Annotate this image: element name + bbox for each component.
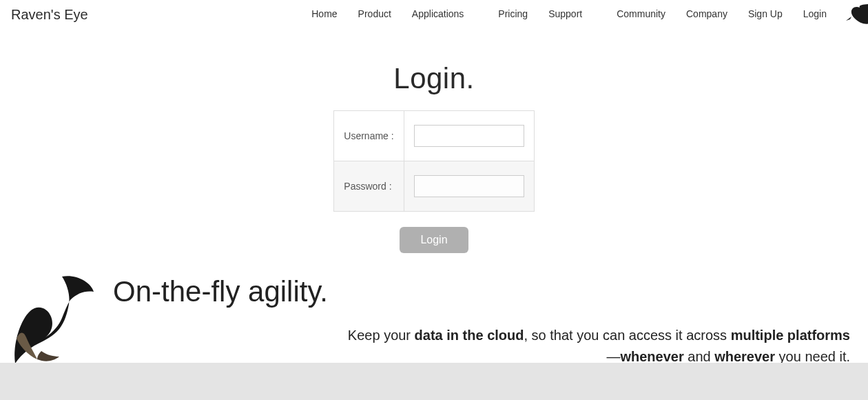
hero-title: On-the-fly agility. (113, 277, 851, 307)
password-label: Password : (334, 161, 404, 212)
password-cell (404, 161, 534, 212)
brand-title: Raven's Eye (11, 7, 88, 23)
username-cell (404, 111, 534, 161)
hero-subtitle: Keep your data in the cloud, so that you… (17, 325, 851, 368)
header: Raven's Eye Home Product Applications Pr… (0, 0, 868, 34)
hero-sub-text: , so that you can access it across (524, 328, 731, 343)
nav-support[interactable]: Support (548, 7, 582, 21)
nav-pricing[interactable]: Pricing (498, 7, 528, 21)
nav-community[interactable]: Community (617, 7, 665, 21)
login-title: Login. (0, 62, 868, 95)
raven-head-icon (842, 4, 868, 29)
username-input[interactable] (414, 125, 524, 147)
login-form: Username : Password : (333, 110, 534, 212)
hero-sub-bold: wherever (714, 349, 775, 364)
hero-sub-bold: multiple platforms (731, 328, 850, 343)
footer-band (0, 363, 868, 400)
login-button[interactable]: Login (400, 227, 468, 253)
hero-sub-bold: whenever (620, 349, 683, 364)
nav-signup[interactable]: Sign Up (748, 7, 783, 21)
username-label: Username : (334, 111, 404, 161)
hero-sub-text: Keep your (348, 328, 415, 343)
hero-sub-text: and (684, 349, 714, 364)
password-input[interactable] (414, 175, 524, 197)
hero-sub-bold: data in the cloud (415, 328, 524, 343)
login-section: Login. Username : Password : Login (0, 62, 868, 253)
nav-login[interactable]: Login (803, 7, 827, 21)
nav-home[interactable]: Home (311, 7, 337, 21)
hero-sub-text: you need it. (775, 349, 850, 364)
nav-company[interactable]: Company (686, 7, 727, 21)
password-row: Password : (334, 161, 534, 212)
username-row: Username : (334, 111, 534, 161)
nav-product[interactable]: Product (358, 7, 391, 21)
nav-applications[interactable]: Applications (412, 7, 464, 21)
main-nav: Home Product Applications Pricing Suppor… (311, 7, 827, 21)
hero-sub-text: — (606, 349, 620, 364)
